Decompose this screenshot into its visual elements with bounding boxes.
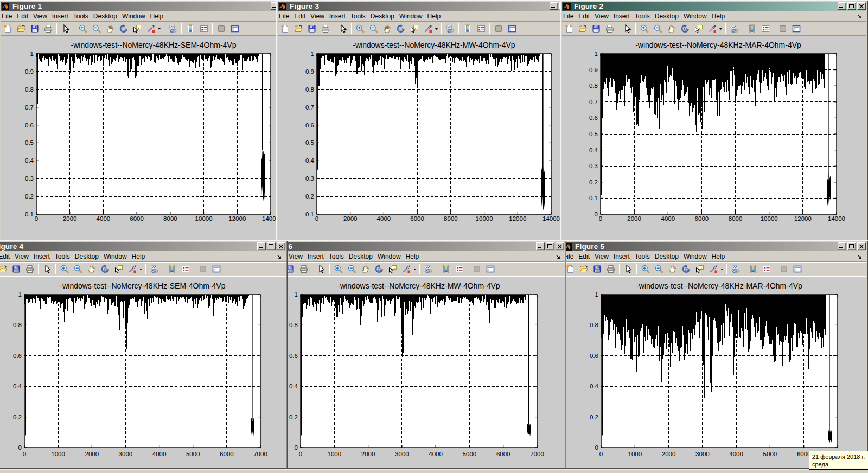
svg-text:-windows-test--NoMercy-48KHz-M: -windows-test--NoMercy-48KHz-MW-4Ohm-4Vp bbox=[353, 41, 515, 49]
svg-text:0.6: 0.6 bbox=[590, 353, 598, 359]
svg-text:0.4: 0.4 bbox=[589, 147, 598, 154]
svg-text:0.3: 0.3 bbox=[305, 175, 314, 182]
svg-text:0.4: 0.4 bbox=[289, 383, 298, 389]
svg-text:8000: 8000 bbox=[729, 215, 743, 222]
svg-text:0.2: 0.2 bbox=[305, 193, 314, 200]
svg-text:4000: 4000 bbox=[152, 451, 167, 457]
svg-text:0.4: 0.4 bbox=[305, 157, 315, 164]
svg-text:0: 0 bbox=[595, 211, 598, 218]
svg-text:0.2: 0.2 bbox=[13, 414, 22, 420]
svg-text:0.5: 0.5 bbox=[25, 139, 34, 146]
svg-text:0.6: 0.6 bbox=[13, 353, 22, 359]
svg-text:0.6: 0.6 bbox=[289, 353, 298, 359]
svg-text:6000: 6000 bbox=[496, 451, 510, 457]
svg-text:1000: 1000 bbox=[51, 451, 65, 457]
svg-text:5000: 5000 bbox=[763, 451, 777, 457]
svg-text:0.2: 0.2 bbox=[289, 414, 298, 420]
svg-text:0: 0 bbox=[35, 215, 38, 222]
svg-text:0.7: 0.7 bbox=[25, 104, 34, 111]
svg-text:0.5: 0.5 bbox=[305, 139, 314, 146]
svg-text:0.8: 0.8 bbox=[589, 82, 598, 89]
svg-text:0.4: 0.4 bbox=[25, 157, 34, 164]
svg-text:4000: 4000 bbox=[429, 451, 443, 457]
svg-text:0: 0 bbox=[299, 451, 302, 457]
svg-text:10000: 10000 bbox=[761, 215, 778, 222]
svg-text:3000: 3000 bbox=[395, 451, 409, 457]
svg-text:0.1: 0.1 bbox=[589, 195, 598, 201]
svg-text:0.5: 0.5 bbox=[589, 131, 598, 137]
svg-text:10000: 10000 bbox=[476, 215, 493, 222]
svg-text:12000: 12000 bbox=[228, 215, 246, 222]
svg-text:0: 0 bbox=[18, 444, 22, 451]
svg-text:0: 0 bbox=[599, 451, 603, 457]
svg-text:1: 1 bbox=[295, 291, 298, 298]
svg-text:0.8: 0.8 bbox=[13, 322, 22, 328]
svg-text:2000: 2000 bbox=[662, 451, 676, 457]
svg-text:0.2: 0.2 bbox=[25, 193, 34, 200]
svg-text:1: 1 bbox=[30, 50, 34, 57]
svg-text:1000: 1000 bbox=[328, 451, 342, 457]
svg-text:0: 0 bbox=[295, 444, 298, 451]
svg-text:0.9: 0.9 bbox=[589, 67, 598, 73]
svg-text:0.7: 0.7 bbox=[305, 104, 314, 111]
svg-text:6000: 6000 bbox=[220, 451, 234, 457]
svg-text:12000: 12000 bbox=[794, 215, 812, 222]
svg-text:2000: 2000 bbox=[63, 215, 77, 222]
svg-text:0.9: 0.9 bbox=[305, 68, 314, 75]
svg-text:3000: 3000 bbox=[119, 451, 133, 457]
svg-text:7000: 7000 bbox=[530, 451, 544, 457]
svg-text:-windows-test--NoMercy-48KHz-M: -windows-test--NoMercy-48KHz-MW-4Ohm-4Vp bbox=[337, 282, 500, 290]
svg-text:2000: 2000 bbox=[627, 215, 641, 222]
svg-text:0: 0 bbox=[599, 215, 602, 222]
svg-text:1: 1 bbox=[18, 291, 22, 298]
svg-text:0.1: 0.1 bbox=[305, 211, 314, 218]
svg-text:0.2: 0.2 bbox=[589, 179, 598, 186]
svg-text:0.6: 0.6 bbox=[25, 122, 34, 129]
svg-text:12000: 12000 bbox=[509, 215, 526, 222]
svg-text:4000: 4000 bbox=[729, 451, 743, 457]
svg-text:0.8: 0.8 bbox=[590, 322, 598, 328]
svg-text:0.4: 0.4 bbox=[13, 383, 22, 389]
svg-text:4000: 4000 bbox=[661, 215, 675, 222]
svg-text:1000: 1000 bbox=[628, 451, 642, 457]
svg-text:0.6: 0.6 bbox=[589, 114, 598, 121]
svg-text:0.2: 0.2 bbox=[590, 414, 598, 420]
svg-text:14000: 14000 bbox=[828, 215, 845, 222]
svg-text:-windows-test--NoMercy-48KHz-M: -windows-test--NoMercy-48KHz-MAR-4Ohm-4V… bbox=[636, 282, 802, 290]
svg-text:0: 0 bbox=[595, 444, 598, 451]
svg-text:5000: 5000 bbox=[186, 451, 200, 457]
svg-text:7000: 7000 bbox=[253, 451, 267, 457]
svg-text:4000: 4000 bbox=[97, 215, 111, 222]
svg-text:2000: 2000 bbox=[361, 451, 375, 457]
svg-text:14000: 14000 bbox=[542, 215, 560, 222]
svg-text:0.9: 0.9 bbox=[25, 68, 34, 75]
svg-text:5000: 5000 bbox=[463, 451, 477, 457]
svg-text:0.8: 0.8 bbox=[305, 86, 314, 93]
svg-text:-windows-test--NoMercy-48KHz-S: -windows-test--NoMercy-48KHz-SEM-4Ohm-4V… bbox=[71, 41, 237, 49]
svg-text:0.3: 0.3 bbox=[25, 175, 34, 182]
svg-text:2000: 2000 bbox=[85, 451, 99, 457]
svg-text:1: 1 bbox=[595, 291, 598, 298]
svg-text:6000: 6000 bbox=[130, 215, 144, 222]
svg-text:0: 0 bbox=[315, 215, 318, 222]
svg-text:0.6: 0.6 bbox=[305, 122, 314, 129]
svg-text:6000: 6000 bbox=[695, 215, 709, 222]
svg-text:8000: 8000 bbox=[163, 215, 177, 222]
svg-text:1: 1 bbox=[311, 50, 314, 57]
svg-text:8000: 8000 bbox=[444, 215, 458, 222]
svg-text:0: 0 bbox=[23, 451, 26, 457]
svg-text:10000: 10000 bbox=[195, 215, 213, 222]
svg-text:6000: 6000 bbox=[410, 215, 424, 222]
svg-text:2000: 2000 bbox=[343, 215, 358, 222]
svg-text:-windows-test--NoMercy-48KHz-S: -windows-test--NoMercy-48KHz-SEM-4Ohm-4V… bbox=[60, 282, 226, 290]
svg-text:0.3: 0.3 bbox=[589, 163, 598, 169]
svg-text:-windows-test--NoMercy-48KHz-M: -windows-test--NoMercy-48KHz-MAR-4Ohm-4V… bbox=[635, 41, 801, 49]
svg-text:0.1: 0.1 bbox=[25, 211, 34, 218]
svg-text:4000: 4000 bbox=[377, 215, 391, 222]
svg-text:0.8: 0.8 bbox=[289, 322, 298, 328]
svg-text:3000: 3000 bbox=[695, 451, 710, 457]
svg-text:0.8: 0.8 bbox=[25, 86, 34, 93]
svg-text:1: 1 bbox=[595, 50, 598, 57]
svg-text:0.7: 0.7 bbox=[589, 99, 598, 105]
svg-text:0.4: 0.4 bbox=[590, 383, 599, 389]
